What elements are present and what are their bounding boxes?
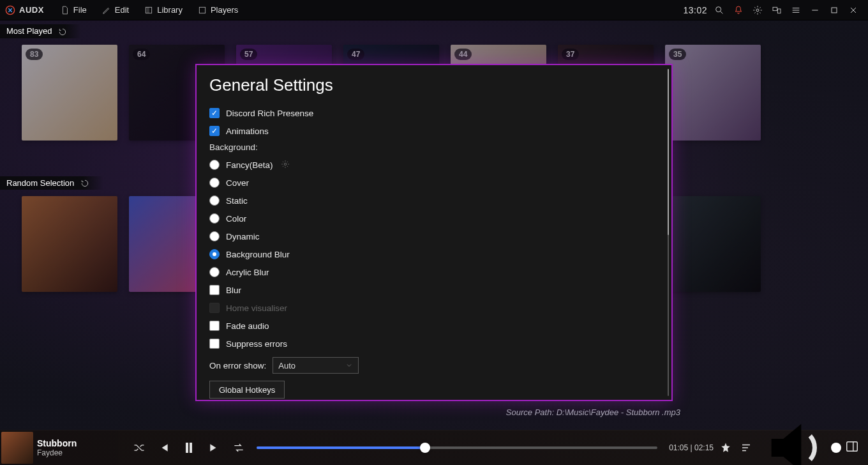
- album-tile[interactable]: [22, 196, 117, 292]
- checkbox-suppress-errors[interactable]: Suppress errors: [209, 335, 659, 353]
- play-count: 83: [26, 49, 43, 60]
- player-extras: [720, 442, 752, 454]
- album-tile[interactable]: [665, 196, 761, 292]
- radio-icon: [209, 195, 220, 206]
- radio-static[interactable]: Static: [209, 192, 659, 210]
- previous-button[interactable]: [157, 441, 170, 454]
- radio-acrylic-blur[interactable]: Acrylic Blur: [209, 263, 659, 281]
- album-tile[interactable]: 35: [665, 45, 761, 141]
- notification-icon[interactable]: [729, 0, 748, 20]
- play-pause-button[interactable]: [181, 440, 197, 455]
- player-controls: [133, 440, 245, 455]
- menu-players-label: Players: [211, 5, 238, 15]
- checkbox-icon: [209, 285, 220, 295]
- devices-icon[interactable]: [767, 0, 786, 20]
- fancy-settings-icon[interactable]: [281, 160, 290, 171]
- radio-label: Background Blur: [226, 250, 290, 259]
- hamburger-icon[interactable]: [786, 0, 805, 20]
- maximize-button[interactable]: [825, 0, 844, 20]
- clock: 13:02: [683, 5, 707, 15]
- checkbox-blur[interactable]: Blur: [209, 281, 659, 299]
- checkbox-icon: [209, 108, 220, 118]
- radio-icon: [209, 178, 220, 188]
- radio-icon: [209, 267, 220, 277]
- radio-label: Acrylic Blur: [226, 268, 269, 277]
- checkbox-icon: [209, 303, 220, 313]
- menubar: AUDX File Edit Library Players 13:02: [0, 0, 868, 20]
- settings-icon[interactable]: [748, 0, 767, 20]
- checkbox-label: Home visualiser: [226, 303, 287, 313]
- menu-library-label: Library: [157, 5, 183, 15]
- checkbox-animations[interactable]: Animations: [209, 122, 659, 140]
- global-hotkeys-button[interactable]: Global Hotkeys: [209, 381, 285, 399]
- checkbox-icon: [209, 126, 220, 136]
- modal-title: General Settings: [209, 75, 659, 95]
- source-path: Source Path: D:\Music\Faydee - Stubborn …: [506, 408, 680, 417]
- close-button[interactable]: [844, 0, 863, 20]
- play-count: 57: [240, 49, 257, 60]
- radio-fancy[interactable]: Fancy(Beta): [209, 156, 659, 174]
- checkbox-discord[interactable]: Discord Rich Presense: [209, 104, 659, 122]
- now-playing-art[interactable]: [1, 432, 33, 464]
- radio-color[interactable]: Color: [209, 210, 659, 227]
- play-count: 64: [133, 49, 150, 60]
- general-settings-modal: General Settings Discord Rich Presense A…: [195, 64, 673, 401]
- checkbox-icon: [209, 321, 220, 331]
- svg-rect-9: [847, 442, 858, 452]
- menu-file[interactable]: File: [53, 0, 94, 20]
- menu-file-label: File: [73, 5, 87, 15]
- svg-rect-6: [777, 9, 781, 13]
- radio-icon: [209, 160, 220, 170]
- search-icon[interactable]: [710, 0, 729, 20]
- volume-icon[interactable]: [760, 412, 831, 465]
- refresh-icon: [80, 179, 89, 188]
- checkbox-home-visualiser: Home visualiser: [209, 299, 659, 317]
- seek-area: [257, 446, 657, 449]
- radio-background-blur[interactable]: Background Blur: [209, 245, 659, 263]
- svg-rect-7: [832, 8, 837, 13]
- play-count: 35: [669, 49, 686, 60]
- pencil-icon: [102, 6, 111, 15]
- menu-edit[interactable]: Edit: [94, 0, 137, 20]
- seek-slider[interactable]: [257, 446, 657, 449]
- album-tile[interactable]: 83: [22, 45, 117, 141]
- radio-cover[interactable]: Cover: [209, 174, 659, 192]
- favorite-button[interactable]: [720, 442, 731, 454]
- queue-button[interactable]: [740, 442, 752, 454]
- minimize-button[interactable]: [805, 0, 825, 20]
- svg-point-4: [756, 9, 759, 11]
- shuffle-button[interactable]: [133, 441, 146, 454]
- menu-players[interactable]: Players: [190, 0, 246, 20]
- radio-icon: [209, 249, 220, 259]
- side-panel-toggle[interactable]: [845, 439, 859, 456]
- section-most-played[interactable]: Most Played: [0, 24, 81, 38]
- radio-label: Dynamic: [226, 232, 260, 241]
- app-logo: AUDX: [5, 5, 44, 15]
- play-count: 44: [454, 49, 472, 60]
- next-button[interactable]: [208, 441, 221, 454]
- radio-dynamic[interactable]: Dynamic: [209, 227, 659, 245]
- play-count: 37: [562, 49, 579, 60]
- volume-area: [760, 412, 836, 465]
- now-playing-title: Stubborn: [37, 438, 120, 448]
- button-label: Global Hotkeys: [219, 385, 275, 395]
- section-most-played-label: Most Played: [6, 26, 52, 36]
- on-error-select[interactable]: Auto: [273, 357, 359, 374]
- file-icon: [61, 6, 70, 15]
- menu-library[interactable]: Library: [137, 0, 190, 20]
- checkbox-icon: [209, 339, 220, 349]
- repeat-button[interactable]: [232, 441, 245, 454]
- time-display: 01:05 | 02:15: [669, 443, 714, 452]
- checkbox-fade-audio[interactable]: Fade audio: [209, 317, 659, 335]
- section-random-selection[interactable]: Random Selection: [0, 176, 103, 190]
- chevron-down-icon: [345, 362, 353, 369]
- modal-scrollbar[interactable]: [668, 69, 669, 396]
- now-playing-artist: Faydee: [37, 448, 120, 457]
- select-value: Auto: [278, 361, 296, 370]
- app-name: AUDX: [19, 5, 44, 15]
- section-random-selection-label: Random Selection: [6, 178, 74, 188]
- radio-label: Fancy(Beta): [226, 160, 273, 170]
- library-icon: [144, 6, 153, 15]
- checkbox-label: Fade audio: [226, 321, 269, 331]
- player-bar: Stubborn Faydee 01:05 | 02:15: [0, 430, 868, 465]
